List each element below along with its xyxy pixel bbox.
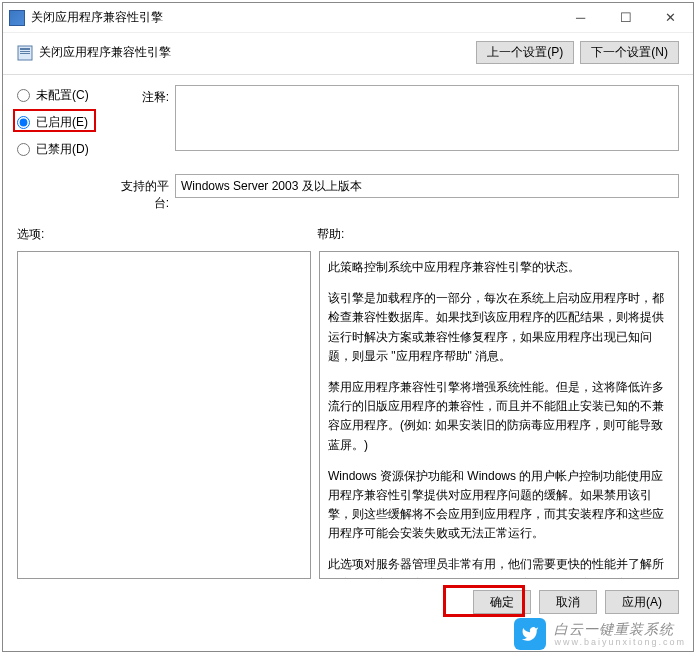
close-button[interactable]: ✕ [648,3,693,32]
radio-disabled-label: 已禁用(D) [36,141,89,158]
highlight-enabled [13,109,96,132]
next-setting-button[interactable]: 下一个设置(N) [580,41,679,64]
title-bar: 关闭应用程序兼容性引擎 ─ ☐ ✕ [3,3,693,33]
comment-textarea[interactable] [175,85,679,151]
watermark-sub: www.baiyunxitong.com [554,637,686,647]
policy-title: 关闭应用程序兼容性引擎 [39,44,476,61]
help-label: 帮助: [317,226,679,243]
minimize-button[interactable]: ─ [558,3,603,32]
window-title: 关闭应用程序兼容性引擎 [31,9,558,26]
radio-not-configured-input[interactable] [17,89,30,102]
watermark-text: 白云一键重装系统 [554,621,674,637]
radio-disabled-input[interactable] [17,143,30,156]
help-text: 此策略控制系统中应用程序兼容性引擎的状态。 [328,258,670,277]
help-text: 此选项对服务器管理员非常有用，他们需要更快的性能并了解所用应用程序的兼容性。对于… [328,555,670,579]
radio-group: 未配置(C) 已启用(E) 已禁用(D) [17,85,113,168]
maximize-button[interactable]: ☐ [603,3,648,32]
radio-disabled[interactable]: 已禁用(D) [17,141,113,158]
apply-button[interactable]: 应用(A) [605,590,679,614]
help-text: 该引擎是加载程序的一部分，每次在系统上启动应用程序时，都检查兼容性数据库。如果找… [328,289,670,366]
config-section: 未配置(C) 已启用(E) 已禁用(D) 注释: 支持的平台: [3,75,693,220]
cancel-button[interactable]: 取消 [539,590,597,614]
window-controls: ─ ☐ ✕ [558,3,693,32]
radio-enabled[interactable]: 已启用(E) [17,114,113,131]
panels-row: 此策略控制系统中应用程序兼容性引擎的状态。 该引擎是加载程序的一部分，每次在系统… [3,247,693,579]
supported-platform-field: Windows Server 2003 及以上版本 [175,174,679,198]
app-icon [9,10,25,26]
help-panel[interactable]: 此策略控制系统中应用程序兼容性引擎的状态。 该引擎是加载程序的一部分，每次在系统… [319,251,679,579]
platform-label: 支持的平台: [113,174,175,212]
previous-setting-button[interactable]: 上一个设置(P) [476,41,574,64]
radio-not-configured[interactable]: 未配置(C) [17,87,113,104]
comment-label: 注释: [113,85,175,106]
section-labels: 选项: 帮助: [3,220,693,247]
help-text: Windows 资源保护功能和 Windows 的用户帐户控制功能使用应用程序兼… [328,467,670,544]
options-label: 选项: [17,226,317,243]
help-text: 禁用应用程序兼容性引擎将增强系统性能。但是，这将降低许多流行的旧版应用程序的兼容… [328,378,670,455]
highlight-ok [443,585,525,617]
svg-rect-2 [20,51,30,52]
policy-icon [17,45,33,61]
svg-rect-3 [20,53,30,54]
watermark-icon [514,618,546,650]
svg-rect-1 [20,48,30,50]
dialog-window: 关闭应用程序兼容性引擎 ─ ☐ ✕ 关闭应用程序兼容性引擎 上一个设置(P) 下… [2,2,694,652]
radio-not-configured-label: 未配置(C) [36,87,89,104]
watermark: 白云一键重装系统 www.baiyunxitong.com [514,618,686,650]
options-panel[interactable] [17,251,311,579]
header-row: 关闭应用程序兼容性引擎 上一个设置(P) 下一个设置(N) [3,33,693,75]
